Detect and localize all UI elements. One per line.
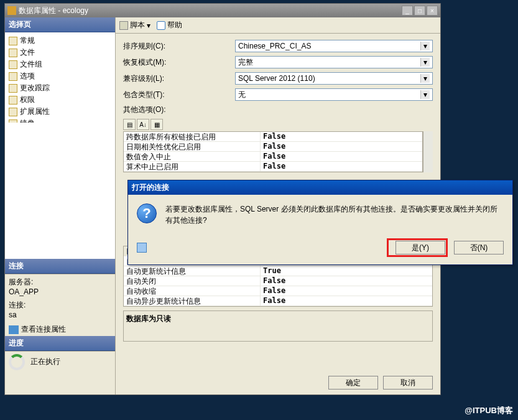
contain-select[interactable]: 无▾ <box>235 88 433 101</box>
description-title: 数据库为只读 <box>126 314 430 324</box>
confirm-dialog: 打开的连接 ? 若要更改数据库属性，SQL Server 必须关闭此数据库的所有… <box>127 180 513 265</box>
titlebar[interactable]: 数据库属性 - ecology _ □ × <box>5 4 440 17</box>
scrollbar[interactable] <box>423 131 433 172</box>
connection-label: 连接: <box>9 300 111 310</box>
prop-row[interactable]: 自动收缩False <box>124 286 432 296</box>
prop-row[interactable]: 跨数据库所有权链接已启用False <box>124 132 422 142</box>
toolbar: 脚本▾ 帮助 <box>116 17 440 34</box>
no-button[interactable]: 否(N) <box>454 241 504 254</box>
nav-permissions[interactable]: 权限 <box>7 94 113 106</box>
help-button[interactable]: 帮助 <box>157 20 182 30</box>
nav-list: 常规 文件 文件组 选项 更改跟踪 权限 扩展属性 镜像 事务日志传送 <box>5 32 115 123</box>
dropdown-icon: ▾ <box>420 90 430 99</box>
grid-button[interactable]: ▦ <box>150 119 163 130</box>
cancel-button[interactable]: 取消 <box>383 376 433 390</box>
progress-text: 正在执行 <box>30 357 60 366</box>
page-icon <box>9 84 17 93</box>
page-icon <box>9 49 17 57</box>
progress-header: 进度 <box>5 336 115 351</box>
property-grid-upper[interactable]: 跨数据库所有权链接已启用False 日期相关性优化已启用False 数值舍入中止… <box>123 131 423 172</box>
prop-row[interactable]: 日期相关性优化已启用False <box>124 142 422 152</box>
collation-label: 排序规则(C): <box>123 41 235 52</box>
dropdown-icon: ▾ <box>420 58 430 67</box>
nav-options[interactable]: 选项 <box>7 70 113 82</box>
connection-icon <box>9 325 19 334</box>
page-icon <box>9 108 17 116</box>
window-title: 数据库属性 - ecology <box>19 6 402 16</box>
nav-files[interactable]: 文件 <box>7 47 113 58</box>
page-icon <box>9 72 17 81</box>
connection-section: 服务器: OA_APP 连接: sa 查看连接属性 <box>5 274 115 336</box>
recovery-select[interactable]: 完整▾ <box>235 56 433 68</box>
other-label: 其他选项(O): <box>123 105 235 115</box>
watermark: @ITPUB博客 <box>465 405 513 416</box>
prop-row[interactable]: 自动关闭False <box>124 276 432 286</box>
close-button[interactable]: × <box>427 6 438 16</box>
prop-row[interactable]: 数值舍入中止False <box>124 152 422 162</box>
recovery-label: 恢复模式(M): <box>123 57 235 68</box>
help-icon <box>157 21 165 30</box>
grid-toolbar: ▤ A↓ ▦ <box>123 119 433 130</box>
nav-extprops[interactable]: 扩展属性 <box>7 106 113 118</box>
nav-general[interactable]: 常规 <box>7 35 113 47</box>
nav-filegroups[interactable]: 文件组 <box>7 58 113 70</box>
description-box: 数据库为只读 <box>123 310 433 342</box>
server-label: 服务器: <box>9 277 111 287</box>
prop-row[interactable]: 自动异步更新统计信息False <box>124 296 432 306</box>
categorized-button[interactable]: ▤ <box>123 119 136 130</box>
left-pane: 选择页 常规 文件 文件组 选项 更改跟踪 权限 扩展属性 镜像 事务日志传送 … <box>5 17 116 394</box>
spinner-icon <box>9 354 25 370</box>
maximize-button[interactable]: □ <box>414 6 425 16</box>
server-value: OA_APP <box>9 287 111 296</box>
compat-label: 兼容级别(L): <box>123 73 235 84</box>
page-icon <box>9 37 17 45</box>
question-icon: ? <box>137 203 157 223</box>
progress-section: 正在执行 <box>5 351 115 394</box>
view-connection-link[interactable]: 查看连接属性 <box>9 324 111 335</box>
prop-row[interactable]: 算术中止已启用False <box>124 162 422 172</box>
script-button[interactable]: 脚本▾ <box>119 20 150 30</box>
minimize-button[interactable]: _ <box>402 6 413 16</box>
highlight-annotation: 是(Y) <box>387 238 448 257</box>
page-icon <box>9 60 17 69</box>
connection-value: sa <box>9 310 111 319</box>
connection-header: 连接 <box>5 259 115 274</box>
select-page-header: 选择页 <box>5 17 115 32</box>
collation-select[interactable]: Chinese_PRC_CI_AS▾ <box>235 40 433 52</box>
page-icon <box>9 96 17 105</box>
alphabetical-button[interactable]: A↓ <box>137 119 149 130</box>
dropdown-icon: ▾ <box>420 42 430 50</box>
dialog-message: 若要更改数据库属性，SQL Server 必须关闭此数据库的所有其他连接。是否确… <box>165 203 504 226</box>
copy-icon[interactable] <box>137 243 147 253</box>
script-icon <box>119 21 128 30</box>
dialog-title[interactable]: 打开的连接 <box>128 180 512 195</box>
prop-row[interactable]: 自动更新统计信息True <box>124 266 432 276</box>
dropdown-icon: ▾ <box>420 74 430 83</box>
contain-label: 包含类型(T): <box>123 90 235 100</box>
app-icon <box>7 6 16 15</box>
yes-button[interactable]: 是(Y) <box>395 241 445 254</box>
ok-button[interactable]: 确定 <box>328 376 378 390</box>
nav-changetracking[interactable]: 更改跟踪 <box>7 82 113 94</box>
compat-select[interactable]: SQL Server 2012 (110)▾ <box>235 72 433 85</box>
